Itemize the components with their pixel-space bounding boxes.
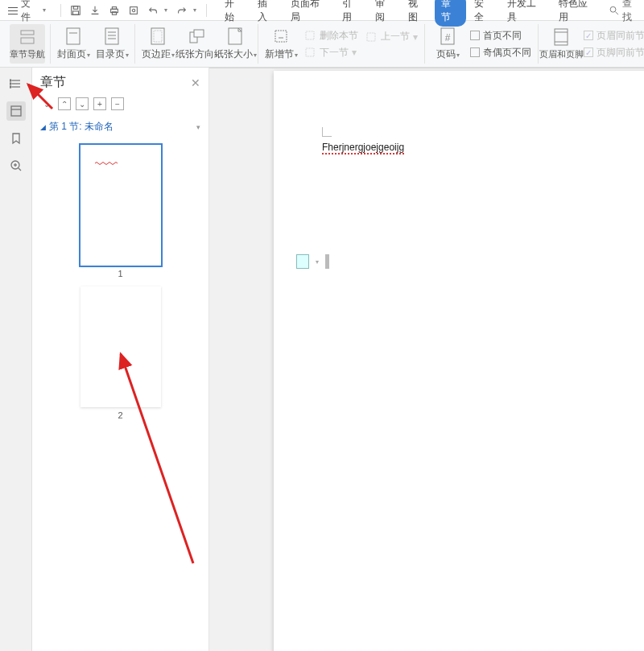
tab-start[interactable]: 开始	[218, 0, 250, 27]
thumb-page-1[interactable]: 1	[32, 145, 208, 278]
mini-toolbar-caret-icon[interactable]: ▾	[316, 258, 319, 266]
header-footer-icon	[551, 27, 571, 47]
page-number-button[interactable]: # 页码▾	[430, 24, 465, 64]
prev-section-icon	[365, 31, 378, 43]
thumb-page-2-number: 2	[118, 410, 122, 420]
ribbon: 章节导航 封面页▾ 目录页▾ 页边距▾ 纸张方向▾ 纸张大小▾ 新增节▾	[0, 21, 644, 68]
gutter-section-button[interactable]	[6, 101, 26, 121]
workspace: 章节 ✕ ⌄ ⌃ ⌄ + − ◢ 第 1 节: 未命名 ▾ 1 2	[0, 68, 644, 651]
next-section-label: 下一节	[320, 46, 349, 60]
redo-dropdown-icon[interactable]: ▾	[193, 6, 200, 14]
tab-section[interactable]: 章节	[435, 0, 466, 27]
mini-toolbar-handle-icon[interactable]	[325, 254, 329, 269]
orientation-icon	[187, 27, 206, 46]
cover-page-icon	[64, 27, 83, 46]
file-menu[interactable]: 文件 ▾	[3, 0, 54, 24]
ribbon-group-header-footer: 页眉和页脚 ✓页眉同前节 ✓页脚同前节	[539, 24, 644, 64]
margin-corner-icon	[322, 127, 332, 137]
orientation-label: 纸张方向	[175, 48, 214, 60]
header-footer-label: 页眉和页脚	[539, 48, 584, 60]
delete-section-button: 删除本节	[303, 29, 358, 43]
caret-down-icon: ▾	[43, 6, 49, 14]
margin-button[interactable]: 页边距▾	[140, 24, 175, 64]
print-preview-button[interactable]	[126, 2, 142, 19]
tab-view[interactable]: 视图	[402, 0, 433, 27]
ribbon-group-nav: 章节导航	[5, 24, 51, 64]
ribbon-group-pagenum: # 页码▾ 首页不同 奇偶页不同	[425, 24, 539, 64]
margin-label: 页边距	[142, 48, 171, 60]
section-nav-icon	[18, 27, 37, 47]
margin-icon	[148, 27, 167, 46]
mini-doc-icon[interactable]	[296, 254, 309, 269]
section-nav-button[interactable]: 章节导航	[10, 24, 45, 64]
tab-special[interactable]: 特色应用	[552, 0, 602, 27]
paper-size-button[interactable]: 纸张大小▾	[217, 24, 253, 64]
orientation-button[interactable]: 纸张方向▾	[179, 24, 214, 64]
svg-rect-20	[194, 30, 204, 37]
delete-section-icon	[303, 29, 316, 42]
header-footer-button[interactable]: 页眉和页脚	[543, 24, 579, 64]
tab-layout[interactable]: 页面布局	[284, 0, 334, 27]
prev-section-label: 上一节	[381, 30, 410, 43]
print-button[interactable]	[106, 2, 122, 19]
tab-review[interactable]: 审阅	[369, 0, 400, 27]
new-section-button[interactable]: 新增节▾	[263, 24, 299, 64]
gutter-bookmark-button[interactable]	[6, 129, 26, 148]
toc-page-button[interactable]: 目录页▾	[94, 24, 130, 64]
tab-insert[interactable]: 插入	[251, 0, 283, 27]
top-menu-bar: 文件 ▾ ▾ ▾ 开始 插入 页面布局 引用 审阅 视图 章节 安全 开发工具 …	[0, 0, 644, 21]
undo-button[interactable]	[145, 2, 161, 19]
svg-rect-18	[154, 31, 162, 42]
tab-devtools[interactable]: 开发工具	[501, 0, 551, 27]
tab-security[interactable]: 安全	[468, 0, 499, 27]
document-text[interactable]: Fherjnergjoejgeoijg	[322, 142, 404, 153]
chapter-panel-close-button[interactable]: ✕	[191, 76, 200, 89]
gutter-zoom-button[interactable]	[6, 156, 26, 175]
document-page-1[interactable]: Fherjnergjoejgeoijg	[274, 71, 644, 651]
thumb-page-2[interactable]: 2	[32, 286, 208, 420]
paper-size-label: 纸张大小	[214, 48, 253, 60]
new-section-label: 新增节	[265, 48, 294, 60]
svg-rect-13	[105, 28, 118, 44]
chapter-tool-add[interactable]: +	[93, 97, 106, 110]
page-number-icon: #	[438, 27, 457, 46]
different-first-page-checkbox[interactable]: 首页不同	[470, 29, 531, 43]
svg-rect-10	[21, 38, 34, 43]
new-section-icon	[271, 27, 291, 46]
export-button[interactable]	[87, 2, 103, 19]
search-icon	[609, 5, 620, 16]
ribbon-group-section: 新增节▾ 删除本节 下一节 ▾ 上一节 ▾	[258, 24, 425, 64]
chapter-tool-remove[interactable]: −	[111, 97, 124, 110]
cover-page-button[interactable]: 封面页▾	[56, 24, 91, 64]
svg-text:#: #	[445, 32, 451, 43]
search-label: 查找	[622, 0, 641, 24]
chapter-tool-expand[interactable]: ⌄	[76, 97, 89, 110]
redo-button[interactable]	[174, 2, 190, 19]
chapter-tool-collapse[interactable]: ⌃	[58, 97, 71, 110]
svg-rect-5	[112, 11, 116, 14]
document-area[interactable]: Fherjnergjoejgeoijg ▾	[209, 68, 644, 651]
gutter-outline-button[interactable]	[6, 74, 26, 93]
section-collapse-icon: ◢	[40, 123, 46, 131]
section-1-label: 第 1 节: 未命名	[49, 120, 114, 134]
cover-page-label: 封面页	[57, 48, 86, 60]
tab-ref[interactable]: 引用	[336, 0, 367, 27]
svg-rect-11	[67, 28, 80, 44]
thumb-page-1-number: 1	[118, 269, 122, 278]
section-row-1[interactable]: ◢ 第 1 节: 未命名 ▾	[32, 115, 208, 138]
search-button[interactable]: 查找	[609, 0, 641, 24]
different-odd-even-checkbox[interactable]: 奇偶页不同	[470, 46, 531, 60]
section-nav-label: 章节导航	[10, 48, 45, 60]
svg-rect-38	[11, 106, 21, 116]
prev-section-button: 上一节 ▾	[365, 30, 418, 43]
svg-rect-2	[72, 10, 78, 14]
undo-dropdown-icon[interactable]: ▾	[164, 6, 171, 14]
svg-line-41	[19, 168, 21, 171]
svg-point-8	[610, 6, 616, 12]
chapter-tool-dropdown[interactable]: ⌄	[40, 97, 53, 110]
next-section-button: 下一节 ▾	[303, 46, 358, 60]
chapter-panel: 章节 ✕ ⌄ ⌃ ⌄ + − ◢ 第 1 节: 未命名 ▾ 1 2	[32, 68, 209, 651]
section-dropdown-icon[interactable]: ▾	[196, 123, 200, 131]
svg-point-35	[10, 80, 11, 81]
save-button[interactable]	[68, 2, 84, 19]
